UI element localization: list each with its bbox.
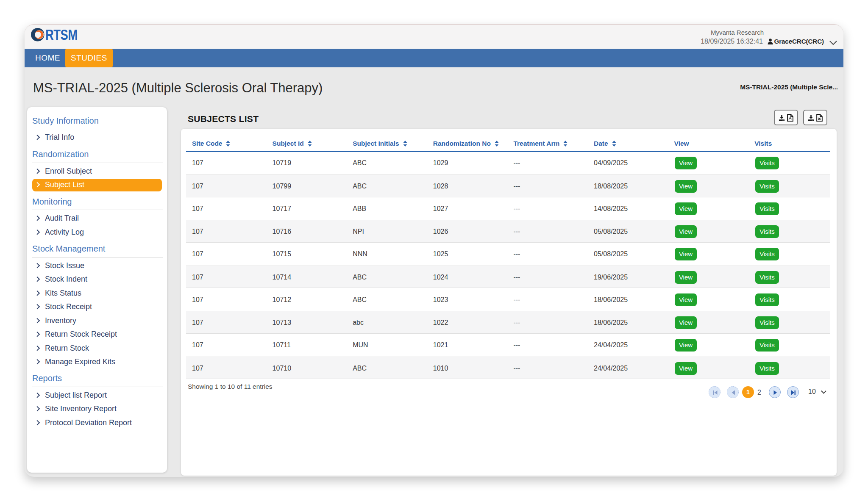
svg-text:RTSM: RTSM (45, 28, 78, 43)
